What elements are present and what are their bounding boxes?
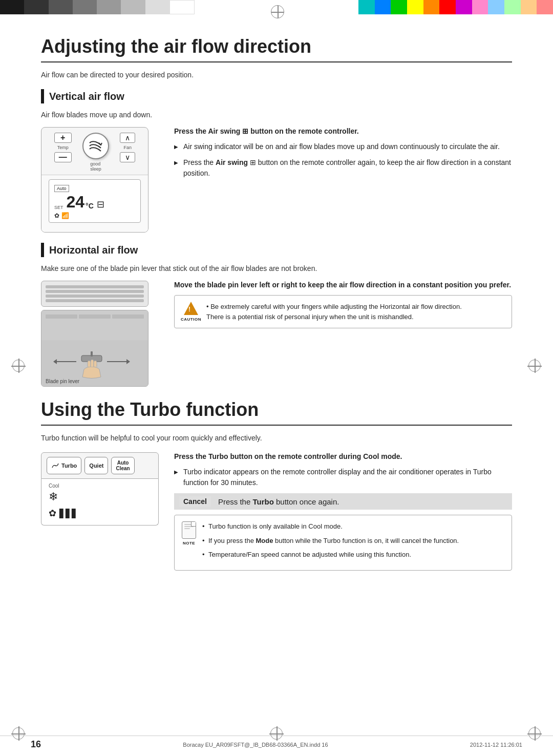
horizontal-instructions: Move the blade pin lever left or right t… — [174, 281, 512, 387]
vertical-instruction: Press the Air swing ⊞ button on the remo… — [174, 127, 512, 135]
vertical-content-row: + Temp — — [41, 127, 512, 233]
turbo-instruction: Press the Turbo button on the remote con… — [174, 452, 512, 460]
temp-plus: + — [54, 133, 72, 143]
air-swing-icon — [88, 138, 104, 154]
note-box: NOTE Turbo function is only available in… — [174, 515, 512, 571]
vertical-desc: Air flow blades move up and down. — [41, 111, 512, 119]
note-doc-lines — [182, 522, 196, 531]
caution-label: CAUTION — [181, 317, 201, 323]
turbo-title: Using the Turbo function — [41, 399, 512, 426]
bottom-left-compass — [11, 726, 26, 741]
svg-rect-1 — [91, 351, 93, 356]
ac-top-unit — [41, 281, 148, 307]
page-number: 16 — [31, 739, 41, 750]
air-swing-btn — [82, 133, 109, 159]
left-compass — [11, 359, 26, 373]
turbo-bullet-1: Turbo indicator appears on the remote co… — [174, 467, 512, 488]
caution-exclamation: ! — [188, 305, 190, 314]
top-center-compass — [270, 4, 283, 17]
h-grille-1 — [46, 314, 77, 319]
turbo-section: Using the Turbo function Turbo function … — [41, 399, 512, 571]
top-color-bars — [0, 0, 553, 14]
vertical-instructions: Press the Air swing ⊞ button on the remo… — [174, 127, 512, 233]
quiet-btn-label: Quiet — [89, 463, 103, 469]
h-grille-2 — [79, 314, 111, 319]
degree-symbol: °C — [86, 202, 94, 210]
grille-4 — [46, 299, 144, 302]
cancel-text: Press the Turbo button once again. — [218, 497, 339, 506]
air-swing-inline-icon-2: ⊞ — [250, 158, 256, 166]
right-compass — [527, 359, 542, 373]
remote-display: Auto SET 24 °C ⊟ ✿ 📶 — [49, 179, 141, 223]
note-item-1: Turbo function is only available in Cool… — [202, 521, 459, 532]
main-content: Adjusting the air flow direction Air flo… — [41, 26, 512, 571]
bottom-compass — [269, 726, 284, 741]
note-item-2: If you press the Mode button while the T… — [202, 536, 459, 546]
display-icons: ✿ 📶 — [54, 212, 135, 219]
note-list: Turbo function is only available in Cool… — [202, 521, 459, 564]
vertical-bullet-1: Air swing indicator will be on and air f… — [174, 141, 512, 152]
mode-icon: ⊟ — [97, 199, 104, 210]
fan-control: ∧ Fan ∨ — [120, 133, 135, 172]
turbo-btn: Turbo — [47, 457, 81, 474]
horizontal-title: Horizontal air flow — [49, 244, 138, 256]
turbo-remote-top: Turbo Quiet AutoClean — [41, 452, 159, 479]
horizontal-content-row: Blade pin lever Move the blade pin lever… — [41, 281, 512, 387]
ac-top-grille — [41, 281, 148, 306]
horizontal-desc: Make sure one of the blade pin lever tha… — [41, 264, 512, 272]
ac-blade-unit: Blade pin lever — [41, 310, 148, 387]
horizontal-heading: Horizontal air flow — [41, 243, 512, 257]
note-item-3: Temperature/Fan speed cannot be adjusted… — [202, 550, 459, 560]
auto-clean-label: AutoClean — [116, 460, 130, 471]
adjusting-section: Adjusting the air flow direction Air flo… — [41, 36, 512, 387]
adjusting-intro: Air flow can be directed to your desired… — [41, 71, 512, 79]
turbo-wave-icon — [51, 461, 59, 470]
vertical-remote: + Temp — — [41, 127, 148, 233]
fan-label: Fan — [124, 145, 132, 150]
fan-down: ∨ — [120, 152, 135, 162]
air-swing-inline-icon: ⊞ — [242, 127, 248, 135]
caution-box: ! CAUTION • Be extremely careful with yo… — [174, 295, 512, 328]
ac-grille-h — [41, 310, 148, 323]
fan-up: ∧ — [120, 133, 135, 143]
horizontal-bar — [41, 243, 44, 257]
vertical-title: Vertical air flow — [49, 91, 124, 102]
temp-minus: — — [54, 152, 72, 162]
turbo-btn-label: Turbo — [61, 463, 77, 469]
display-temp: SET 24 °C ⊟ — [54, 194, 135, 210]
left-color-swatches — [0, 0, 195, 14]
note-doc-icon — [182, 521, 196, 539]
adjusting-title: Adjusting the air flow direction — [41, 36, 512, 62]
remote-top-area: + Temp — — [41, 128, 148, 175]
display-bottom: ✿ ▋▋▋ — [49, 508, 151, 519]
bottom-right-compass — [527, 726, 542, 741]
caution-triangle-wrapper: ! CAUTION — [181, 302, 201, 323]
cancel-label: Cancel — [179, 496, 211, 507]
turbo-display-mode: ❄ — [49, 490, 151, 503]
turbo-display: Cool ❄ ✿ ▋▋▋ — [41, 479, 159, 526]
ac-body — [41, 310, 148, 341]
doc-line-3 — [184, 528, 190, 529]
air-swing-btn-container: goodsleep — [82, 133, 109, 172]
temp-label: Temp — [57, 145, 69, 150]
signal-icon: 📶 — [61, 212, 69, 219]
vertical-bullet-2: Press the Air swing ⊞ button on the remo… — [174, 157, 512, 179]
vertical-heading: Vertical air flow — [41, 89, 512, 103]
auto-clean-btn: AutoClean — [111, 457, 134, 474]
vertical-bar — [41, 89, 44, 103]
footer-left-text: Boracay EU_AR09FSFT@_IB_DB68-03366A_EN.i… — [183, 742, 328, 748]
note-icon-container: NOTE — [182, 521, 196, 564]
fan-speed-icon: ✿ — [54, 212, 59, 219]
turbo-remote-container: Turbo Quiet AutoClean Cool ❄ — [41, 452, 159, 571]
vertical-bullet-list: Air swing indicator will be on and air f… — [174, 141, 512, 179]
caution-text: • Be extremely careful with your fingers… — [206, 302, 462, 322]
snowflake-icon: ❄ — [49, 490, 58, 503]
grille-3 — [46, 295, 144, 298]
turbo-intro: Turbo function will be helpful to cool y… — [41, 434, 512, 442]
quiet-btn: Quiet — [84, 457, 108, 474]
grille-1 — [46, 285, 144, 288]
cancel-row: Cancel Press the Turbo button once again… — [174, 493, 512, 510]
doc-line-2 — [184, 526, 194, 527]
doc-line-1 — [184, 524, 194, 525]
caution-triangle: ! — [184, 302, 198, 315]
